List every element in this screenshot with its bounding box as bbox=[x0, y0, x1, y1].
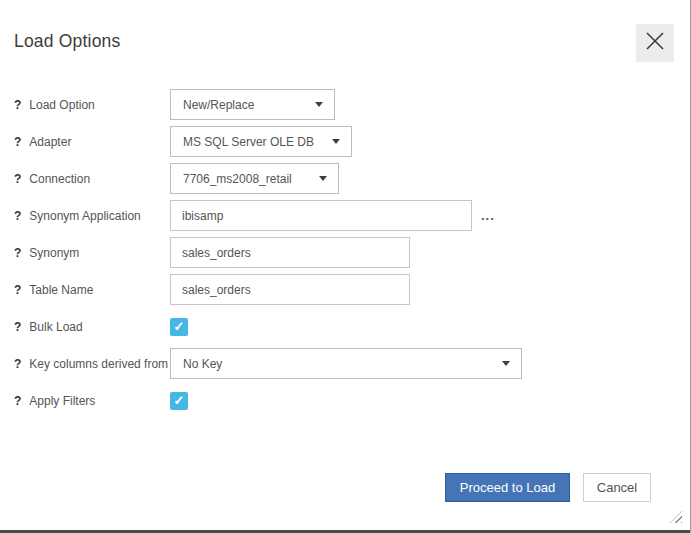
connection-dropdown[interactable]: 7706_ms2008_retail bbox=[170, 163, 339, 194]
chevron-down-icon bbox=[502, 361, 510, 366]
help-icon[interactable]: ? bbox=[14, 172, 21, 186]
help-icon[interactable]: ? bbox=[14, 394, 21, 408]
load-options-dialog: Load Options ? Load Option New/Replace ? bbox=[0, 0, 691, 533]
table-name-label: Table Name bbox=[29, 283, 93, 297]
adapter-dropdown[interactable]: MS SQL Server OLE DB bbox=[170, 126, 352, 157]
form-row-adapter: ? Adapter MS SQL Server OLE DB bbox=[14, 126, 676, 157]
form-row-apply-filters: ? Apply Filters ✓ bbox=[14, 385, 676, 416]
key-columns-dropdown[interactable]: No Key bbox=[170, 348, 522, 379]
adapter-value: MS SQL Server OLE DB bbox=[183, 135, 314, 149]
help-icon[interactable]: ? bbox=[14, 98, 21, 112]
synonym-input[interactable] bbox=[170, 237, 410, 268]
bulk-load-checkbox[interactable]: ✓ bbox=[170, 318, 188, 336]
load-option-label: Load Option bbox=[29, 98, 94, 112]
help-icon[interactable]: ? bbox=[14, 209, 21, 223]
resize-handle[interactable] bbox=[670, 511, 682, 523]
form-row-synonym-application: ? Synonym Application ... bbox=[14, 200, 676, 231]
form-row-load-option: ? Load Option New/Replace bbox=[14, 89, 676, 120]
help-icon[interactable]: ? bbox=[14, 283, 21, 297]
help-icon[interactable]: ? bbox=[14, 320, 21, 334]
load-options-form: ? Load Option New/Replace ? Adapter MS S… bbox=[14, 89, 676, 422]
form-row-connection: ? Connection 7706_ms2008_retail bbox=[14, 163, 676, 194]
form-row-key-columns: ? Key columns derived from No Key bbox=[14, 348, 676, 379]
bulk-load-label: Bulk Load bbox=[29, 320, 82, 334]
connection-value: 7706_ms2008_retail bbox=[183, 172, 292, 186]
apply-filters-checkbox[interactable]: ✓ bbox=[170, 392, 188, 410]
key-columns-value: No Key bbox=[183, 357, 222, 371]
chevron-down-icon bbox=[332, 139, 340, 144]
table-name-input[interactable] bbox=[170, 274, 410, 305]
cancel-button[interactable]: Cancel bbox=[583, 473, 651, 502]
chevron-down-icon bbox=[319, 176, 327, 181]
dialog-title: Load Options bbox=[14, 31, 121, 52]
help-icon[interactable]: ? bbox=[14, 357, 21, 371]
browse-ellipsis-button[interactable]: ... bbox=[481, 209, 495, 222]
apply-filters-label: Apply Filters bbox=[29, 394, 95, 408]
form-row-bulk-load: ? Bulk Load ✓ bbox=[14, 311, 676, 342]
form-row-table-name: ? Table Name bbox=[14, 274, 676, 305]
synonym-application-label: Synonym Application bbox=[29, 209, 140, 223]
checkmark-icon: ✓ bbox=[174, 393, 185, 408]
form-row-synonym: ? Synonym bbox=[14, 237, 676, 268]
connection-label: Connection bbox=[29, 172, 90, 186]
help-icon[interactable]: ? bbox=[14, 135, 21, 149]
close-icon bbox=[643, 29, 667, 57]
synonym-application-input[interactable] bbox=[170, 200, 472, 231]
adapter-label: Adapter bbox=[29, 135, 71, 149]
close-button[interactable] bbox=[636, 24, 674, 62]
help-icon[interactable]: ? bbox=[14, 246, 21, 260]
synonym-label: Synonym bbox=[29, 246, 79, 260]
dialog-actions: Proceed to Load Cancel bbox=[445, 473, 651, 502]
proceed-to-load-button[interactable]: Proceed to Load bbox=[445, 473, 570, 502]
chevron-down-icon bbox=[315, 102, 323, 107]
load-option-dropdown[interactable]: New/Replace bbox=[170, 89, 335, 120]
load-option-value: New/Replace bbox=[183, 98, 254, 112]
checkmark-icon: ✓ bbox=[174, 319, 185, 334]
key-columns-label: Key columns derived from bbox=[29, 357, 168, 371]
